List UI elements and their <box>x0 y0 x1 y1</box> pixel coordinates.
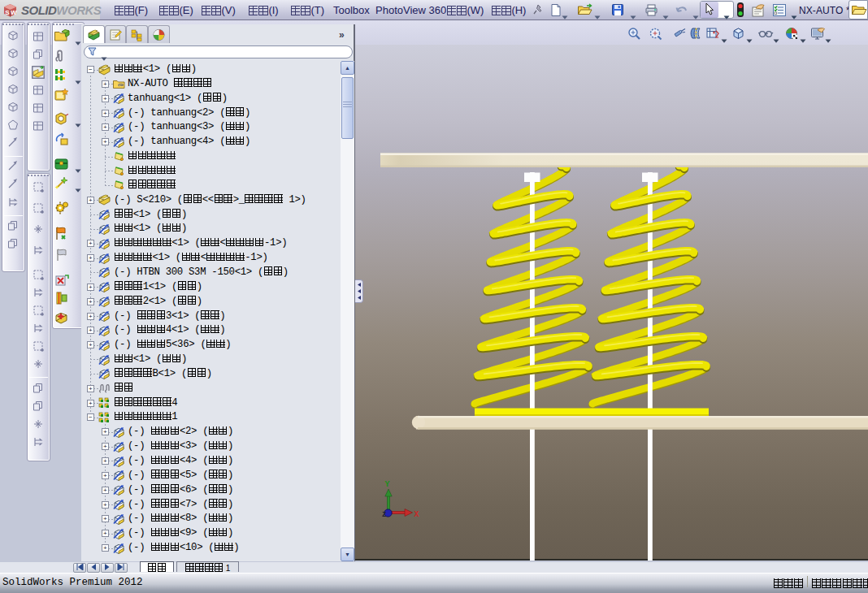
svg-text:W: W <box>11 9 17 16</box>
svg-text:Y: Y <box>385 480 390 489</box>
svg-text:S: S <box>5 9 10 16</box>
svg-text:X: X <box>414 510 419 519</box>
svg-text:Z: Z <box>382 511 386 519</box>
